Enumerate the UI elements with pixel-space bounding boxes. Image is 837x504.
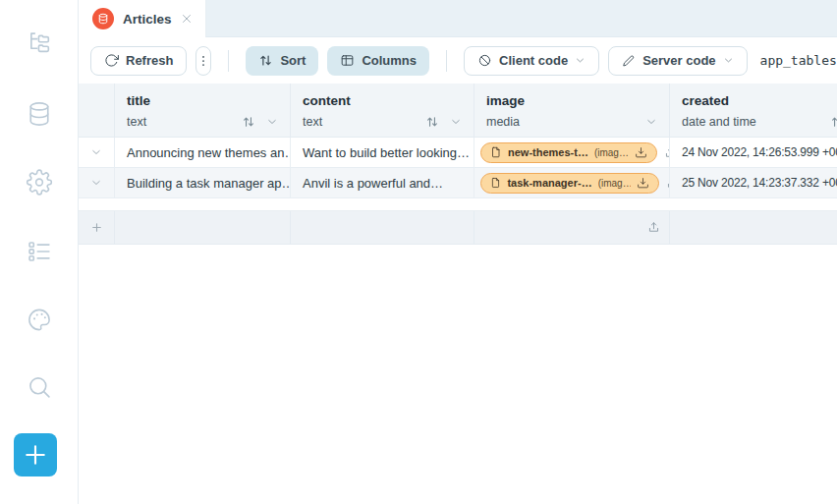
sort-icon <box>258 53 273 68</box>
media-type-hint: (imag… <box>598 178 631 189</box>
server-code-dropdown[interactable]: Server code <box>608 46 747 76</box>
table-row: Announcing new themes an… Want to build … <box>79 138 837 168</box>
cell-created[interactable]: 25 Nov 2022, 14:23:37.332 +00:00 <box>670 168 837 197</box>
column-header-title[interactable]: title text <box>115 84 291 137</box>
refresh-icon <box>104 53 119 68</box>
close-tab-icon[interactable] <box>181 13 193 25</box>
sort-column-icon[interactable] <box>425 115 439 129</box>
server-code-label: Server code <box>642 53 715 68</box>
column-type: text <box>127 115 146 129</box>
no-access-icon <box>477 53 492 68</box>
new-cell-content[interactable] <box>291 211 474 244</box>
data-grid: title text content text <box>79 84 837 504</box>
grid-spacer <box>79 198 837 210</box>
column-menu-chevron-icon[interactable] <box>266 116 278 128</box>
columns-button[interactable]: Columns <box>327 46 429 76</box>
column-name: created <box>682 93 837 108</box>
app-browser-icon[interactable] <box>26 29 53 57</box>
sidebar <box>0 0 79 504</box>
new-cell-created[interactable] <box>670 211 837 244</box>
grid-header-row: title text content text <box>79 84 837 138</box>
add-new-button[interactable] <box>14 433 57 476</box>
column-type: media <box>486 115 520 129</box>
new-cell-image <box>474 211 670 244</box>
column-header-created[interactable]: created date and time <box>670 84 837 137</box>
app-window: Articles Refresh <box>0 0 837 504</box>
column-type: text <box>303 115 322 129</box>
cell-content[interactable]: Anvil is a powerful and… <box>291 168 474 197</box>
row-expand-chevron-icon[interactable] <box>79 138 115 167</box>
kebab-menu-icon <box>196 54 210 68</box>
tab-title: Articles <box>123 12 172 27</box>
column-menu-chevron-icon[interactable] <box>645 116 657 128</box>
toolbar-divider <box>446 50 447 72</box>
settings-gear-icon[interactable] <box>26 169 52 196</box>
client-code-dropdown[interactable]: Client code <box>464 46 599 76</box>
pencil-icon <box>622 54 636 68</box>
media-filename: task-manager-… <box>507 177 591 189</box>
column-name: image <box>486 93 657 108</box>
table-ref-prefix: app_tables. <box>760 53 837 68</box>
table-row: Building a task manager ap… Anvil is a p… <box>79 168 837 198</box>
tab-bar-empty-area <box>205 0 837 37</box>
plus-icon <box>21 440 50 470</box>
column-name: content <box>303 93 462 108</box>
data-tables-icon[interactable] <box>26 100 53 128</box>
upload-icon[interactable] <box>646 220 661 235</box>
sort-button[interactable]: Sort <box>246 46 318 76</box>
search-icon[interactable] <box>26 373 53 401</box>
file-icon <box>490 146 502 158</box>
columns-label: Columns <box>362 53 417 68</box>
chevron-down-icon <box>723 55 734 66</box>
add-row <box>79 210 837 245</box>
column-header-content[interactable]: content text <box>291 84 474 137</box>
cell-title[interactable]: Announcing new themes an… <box>115 138 291 167</box>
file-icon <box>490 177 501 189</box>
column-name: title <box>127 93 278 108</box>
main-area: Articles Refresh <box>79 0 837 504</box>
cell-title[interactable]: Building a task manager ap… <box>115 168 291 197</box>
chevron-down-icon <box>575 55 586 66</box>
cell-content[interactable]: Want to build better looking… <box>291 138 474 167</box>
sort-label: Sort <box>280 53 306 68</box>
checklist-icon[interactable] <box>26 238 53 265</box>
tab-bar: Articles <box>79 0 837 37</box>
row-expand-chevron-icon[interactable] <box>79 168 115 197</box>
upload-icon[interactable] <box>663 145 670 160</box>
media-file-pill[interactable]: task-manager-… (imag… <box>480 173 659 194</box>
column-menu-chevron-icon[interactable] <box>450 116 462 128</box>
media-filename: new-themes-t… <box>508 146 588 158</box>
add-row-plus-icon[interactable] <box>79 211 115 244</box>
download-icon[interactable] <box>635 146 647 159</box>
table-options-button[interactable] <box>195 46 211 76</box>
refresh-button[interactable]: Refresh <box>90 46 187 76</box>
client-code-label: Client code <box>499 53 568 68</box>
python-table-reference: app_tables. articl <box>760 50 837 71</box>
sort-column-icon[interactable] <box>242 115 255 129</box>
cell-created[interactable]: 24 Nov 2022, 14:26:53.999 +00:00 <box>670 138 837 167</box>
column-type: date and time <box>682 115 756 129</box>
toolbar-divider <box>228 50 229 72</box>
cell-image: new-themes-t… (imag… <box>474 138 670 167</box>
new-cell-title[interactable] <box>115 211 291 244</box>
data-table-tab-icon <box>92 8 114 29</box>
tab-articles[interactable]: Articles <box>79 0 205 37</box>
media-file-pill[interactable]: new-themes-t… (imag… <box>480 142 657 163</box>
column-header-image[interactable]: image media <box>474 84 670 137</box>
toolbar: Refresh Sort Columns <box>79 37 837 84</box>
media-type-hint: (imag… <box>594 147 629 158</box>
refresh-label: Refresh <box>126 53 173 68</box>
row-handle-header <box>79 84 115 137</box>
cell-image: task-manager-… (imag… <box>474 168 670 197</box>
columns-icon <box>340 53 355 68</box>
theme-palette-icon[interactable] <box>26 307 52 333</box>
download-icon[interactable] <box>637 177 649 190</box>
sort-column-icon[interactable] <box>830 115 837 129</box>
